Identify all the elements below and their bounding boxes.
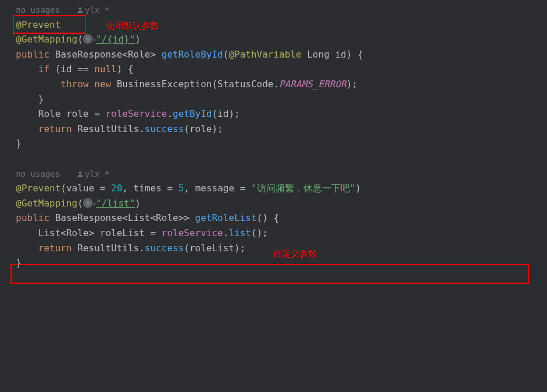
code-line[interactable]: @Prevent(value = 20, times = 5, message … <box>0 181 547 196</box>
code-line[interactable]: if (id == null) { <box>0 62 547 77</box>
code-line[interactable]: @GetMapping(▾"/list") <box>0 196 547 211</box>
globe-icon <box>83 34 92 44</box>
mapping-path: "/list" <box>96 198 135 209</box>
code-editor[interactable]: 使用默认参数 自定义参数 no usages ylx * @Prevent @G… <box>0 2 547 270</box>
code-line[interactable]: public BaseResponse<Role> getRoleById(@P… <box>0 47 547 62</box>
code-line[interactable] <box>0 151 547 166</box>
code-line[interactable]: Role role = roleService.getById(id); <box>0 106 547 122</box>
code-line[interactable]: @Prevent <box>0 17 547 33</box>
mapping-path: "/{id}" <box>96 34 135 45</box>
code-line[interactable]: List<Role> roleList = roleService.list()… <box>0 226 547 241</box>
author-hint: ylx * <box>85 169 109 179</box>
svg-point-1 <box>79 171 82 174</box>
annotation-getmapping: @GetMapping <box>16 198 77 209</box>
svg-point-0 <box>79 8 82 10</box>
usages-hint: no usages <box>16 5 60 15</box>
author-hint: ylx * <box>85 5 109 15</box>
code-line[interactable]: @GetMapping(▾"/{id}") <box>0 32 547 47</box>
code-hint-line: no usages ylx * <box>0 166 547 181</box>
code-hint-line: no usages ylx * <box>0 2 547 17</box>
usages-hint: no usages <box>16 169 60 179</box>
code-line[interactable]: return ResultUtils.success(role); <box>0 122 547 137</box>
annotation-getmapping: @GetMapping <box>16 34 77 45</box>
code-line[interactable]: } <box>0 136 547 151</box>
code-line[interactable]: } <box>0 255 547 270</box>
globe-icon <box>83 198 92 208</box>
annotation-prevent: @Prevent <box>16 183 60 194</box>
code-line[interactable]: return ResultUtils.success(roleList); <box>0 241 547 256</box>
person-icon <box>77 6 84 13</box>
code-line[interactable]: throw new BusinessException(StatusCode.P… <box>0 77 547 92</box>
code-line[interactable]: } <box>0 92 547 107</box>
annotation-prevent: @Prevent <box>16 19 60 30</box>
code-line[interactable]: public BaseResponse<List<Role>> getRoleL… <box>0 211 547 226</box>
person-icon <box>77 170 84 177</box>
method-name: getRoleById <box>162 49 223 60</box>
method-name: getRoleList <box>195 212 257 223</box>
